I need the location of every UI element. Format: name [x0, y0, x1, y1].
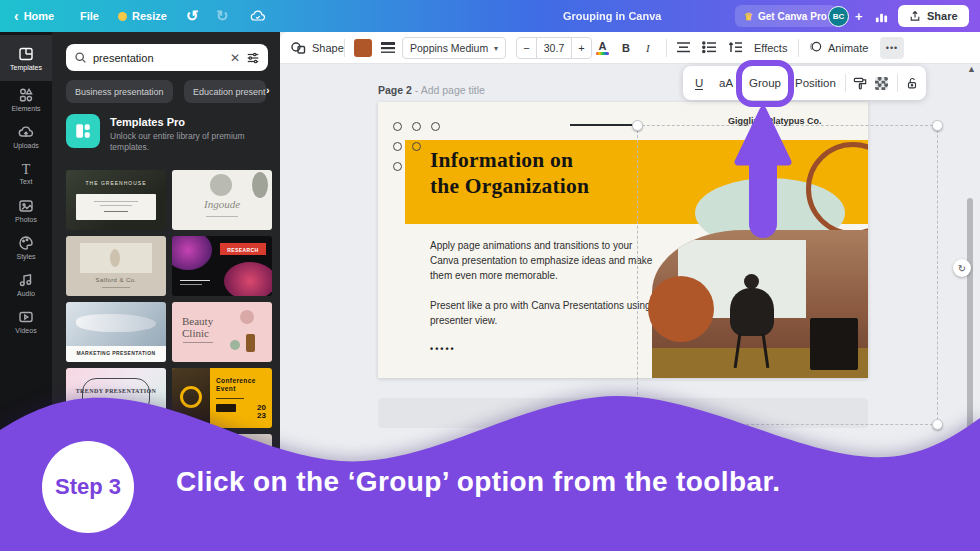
template-thumbnail-research[interactable]: RESEARCH	[172, 236, 272, 296]
resize-button[interactable]: Resize	[118, 0, 167, 32]
undo-button[interactable]: ↺	[186, 0, 199, 32]
pro-dot-icon	[118, 12, 127, 21]
rotate-handle[interactable]: ↻	[953, 259, 971, 277]
search-input[interactable]	[93, 52, 213, 64]
align-center-icon	[676, 41, 691, 54]
fill-color-swatch[interactable]	[354, 32, 372, 63]
templates-pro-icon[interactable]	[66, 114, 100, 148]
more-options-button[interactable]: •••	[880, 37, 904, 59]
divider	[845, 74, 846, 92]
page-number: Page 2	[378, 84, 412, 96]
sidebar-item-templates[interactable]: Templates	[0, 35, 52, 81]
shape-label: Shape	[312, 42, 344, 54]
home-label: Home	[24, 10, 55, 22]
text-icon: T	[22, 163, 31, 176]
redo-button[interactable]: ↻	[216, 0, 229, 32]
sidebar-item-elements[interactable]: Elements	[0, 81, 52, 118]
crown-icon: ♛	[744, 11, 753, 22]
underline-button[interactable]: U	[695, 66, 703, 100]
decor	[172, 236, 212, 270]
page-title-placeholder[interactable]: Add page title	[421, 84, 485, 96]
insights-button[interactable]	[874, 0, 889, 32]
text-align-button[interactable]	[676, 32, 691, 63]
transparency-button[interactable]	[875, 66, 888, 100]
selection-handle-top-left[interactable]	[632, 120, 643, 131]
thumb-title: Salford & Co.	[66, 277, 166, 283]
back-button[interactable]: ‹ Home	[14, 0, 54, 32]
file-menu[interactable]: File	[80, 0, 99, 32]
audio-icon	[18, 272, 34, 288]
font-family-select[interactable]: Poppins Medium ▾	[402, 37, 506, 59]
rainbow-bar	[596, 52, 609, 55]
chip-business-presentation[interactable]: Business presentation	[66, 80, 173, 103]
rail-label: Text	[20, 178, 33, 185]
document-title[interactable]: Grouping in Canva	[563, 0, 661, 32]
selection-handle-top-right[interactable]	[932, 120, 943, 131]
get-canva-pro-button[interactable]: ♛ Get Canva Pro	[735, 5, 836, 27]
line-element[interactable]	[570, 124, 637, 126]
scroll-up-arrow[interactable]: ▲	[967, 64, 976, 74]
decor	[206, 216, 238, 217]
sidebar-item-text[interactable]: T Text	[0, 155, 52, 192]
decor-ring	[412, 122, 421, 131]
shape-button[interactable]: Shape	[290, 32, 344, 63]
cloud-icon	[250, 8, 266, 24]
font-size-decrease[interactable]: −	[517, 38, 537, 58]
decor	[80, 243, 152, 273]
rail-label: Templates	[10, 64, 42, 71]
sidebar-item-photos[interactable]: Photos	[0, 192, 52, 229]
bold-button[interactable]: B	[622, 32, 630, 63]
sidebar-item-audio[interactable]: Audio	[0, 266, 52, 303]
filter-sliders-icon[interactable]	[246, 51, 260, 65]
template-thumbnail-salford[interactable]: Salford & Co.	[66, 236, 166, 296]
effects-button[interactable]: Effects	[754, 32, 787, 63]
rail-label: Uploads	[13, 142, 39, 149]
animate-button[interactable]: Animate	[808, 32, 868, 63]
add-member-button[interactable]: +	[855, 0, 863, 32]
chips-scroll-arrow[interactable]: ›	[266, 84, 270, 96]
lock-open-icon	[905, 76, 919, 91]
slide-paragraph-1[interactable]: Apply page animations and transitions to…	[430, 238, 664, 283]
decor	[183, 342, 213, 343]
separator: -	[415, 84, 419, 96]
lock-button[interactable]	[905, 66, 919, 100]
text-color-button[interactable]: A	[596, 32, 609, 63]
position-button[interactable]: Position	[795, 66, 836, 100]
cloud-save-status[interactable]	[250, 0, 266, 32]
share-button[interactable]: Share	[898, 4, 969, 28]
border-style-button[interactable]	[380, 32, 396, 63]
resize-label: Resize	[132, 10, 167, 22]
step-number-badge: Step 3	[42, 441, 134, 533]
font-size-increase[interactable]: +	[571, 38, 591, 58]
clear-search-icon[interactable]: ✕	[230, 51, 240, 65]
search-box[interactable]: ✕	[66, 44, 268, 71]
italic-button[interactable]: I	[646, 32, 650, 63]
decor	[180, 284, 202, 285]
text-case-button[interactable]: aA	[719, 66, 733, 100]
template-thumbnail-greenhouse[interactable]: THE GREENHOUSE	[66, 170, 166, 230]
line-spacing-button[interactable]	[728, 32, 743, 63]
decor-ring	[393, 142, 402, 151]
step-instruction-text: Click on the ‘Group’ option from the too…	[176, 466, 780, 498]
slide-dots[interactable]: •••••	[430, 344, 456, 354]
templates-pro-title: Templates Pro	[110, 116, 185, 128]
sidebar-item-styles[interactable]: Styles	[0, 229, 52, 266]
template-thumbnail-ingoude[interactable]: Ingoude	[172, 170, 272, 230]
chip-education-presentation[interactable]: Education present	[184, 80, 266, 103]
slide-title[interactable]: Information on the Organization	[430, 148, 589, 200]
page-label[interactable]: Page 2 - Add page title	[378, 84, 485, 96]
decor	[110, 249, 120, 267]
document-title-label: Grouping in Canva	[563, 10, 661, 22]
thumb-title: MARKETING PRESENTATION	[66, 350, 166, 356]
template-thumbnail-marketing[interactable]: MARKETING PRESENTATION	[66, 302, 166, 362]
slide-paragraph-2[interactable]: Present like a pro with Canva Presentati…	[430, 298, 664, 328]
shape-icon	[290, 40, 306, 56]
sidebar-item-uploads[interactable]: Uploads	[0, 118, 52, 155]
template-thumbnail-beauty-clinic[interactable]: Beauty Clinic	[172, 302, 272, 362]
thumb-title: Ingoude	[172, 198, 272, 210]
font-size-value[interactable]: 30.7	[537, 38, 571, 58]
list-button[interactable]	[702, 32, 717, 63]
account-avatar[interactable]: BC	[828, 0, 849, 32]
copy-style-button[interactable]	[853, 66, 868, 100]
sidebar-item-videos[interactable]: Videos	[0, 303, 52, 340]
